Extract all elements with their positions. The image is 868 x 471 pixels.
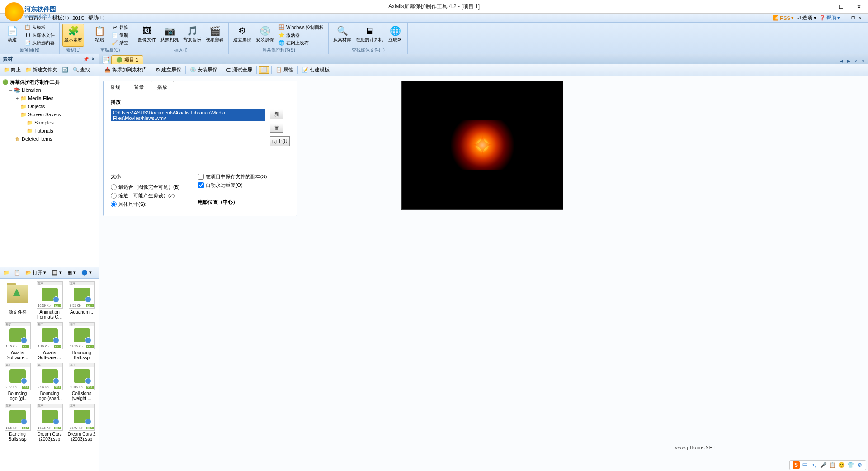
tt-btn-1[interactable]: 📁 (2, 268, 11, 277)
tree-node-Librarian[interactable]: –📚Librarian (0, 86, 99, 94)
find-button[interactable]: 🔍查找 (71, 66, 92, 74)
size-radio-2[interactable]: 具体尺寸(S): (111, 201, 180, 208)
thumbnail-源文件夹[interactable]: 源文件夹 (3, 281, 32, 319)
tree-node-Tutorials[interactable]: 📁Tutorials (0, 127, 99, 135)
thumbnail-Dancing Balls.ssp[interactable]: 基于15.5 KbSSPDancing Balls.ssp (3, 404, 32, 442)
ribbon-btn-互联网[interactable]: 🌐互联网 (386, 24, 405, 47)
thumbnail-Axialis Software...[interactable]: 基于1.15 KbSSPAxialis Software... (3, 322, 32, 360)
media-file-item[interactable]: C:\Users\ASUS\Documents\Axialis Libraria… (111, 109, 265, 121)
ribbon-btn-安装屏保[interactable]: 💿安装屏保 (254, 24, 276, 47)
inner-minimize-button[interactable]: _ (843, 15, 849, 21)
size-radio-0[interactable]: 最适合（图像完全可见）(B) (111, 184, 180, 190)
tree-root[interactable]: 🟢 屏幕保护程序制作工具 (0, 78, 99, 86)
tab-prev-button[interactable]: ◀ (838, 58, 844, 64)
menu-help[interactable]: 帮助(E) (85, 14, 108, 22)
up-button[interactable]: 📁向上 (2, 66, 23, 74)
thumbnail-Collisions (weight ...[interactable]: 基于10.06 KbSSPCollisions (weight ... (67, 363, 96, 401)
doctb-btn4[interactable]: ⬜ (259, 66, 269, 74)
ime-logo-icon[interactable]: S (793, 461, 800, 469)
refresh-button[interactable]: 🔄 (60, 66, 70, 74)
thumbnail-Dream Cars (2003).ssp[interactable]: 基于16.15 KbSSPDream Cars (2003).ssp (35, 404, 64, 442)
tree-node-Deleted Items[interactable]: 🗑Deleted Items (0, 135, 99, 143)
tree-node-Screen Savers[interactable]: –📁Screen Savers (0, 110, 99, 119)
doctb-属性[interactable]: 📋属性 (274, 66, 296, 74)
view-button-1[interactable]: 🔲 ▾ (50, 268, 64, 277)
ribbon-mini-从媒体文件[interactable]: 🎞从媒体文件 (23, 32, 57, 39)
doctb-将添加到素材库[interactable]: 📥将添加到素材库 (102, 66, 149, 74)
thumbnail-Dream Cars 2 (2003).ssp[interactable]: 基于16.97 KbSSPDream Cars 2 (2003).ssp (67, 404, 96, 442)
new-file-button[interactable]: 新 (270, 109, 283, 119)
tray-icon-4[interactable]: 😊 (838, 461, 845, 469)
prop-tab-背景[interactable]: 背景 (127, 81, 151, 93)
thumbnail-Aquarium...[interactable]: 基于6.53 KbSSPAquarium... (67, 281, 96, 319)
open-button[interactable]: 📂 打开 ▾ (24, 268, 48, 277)
ime-tray[interactable]: S中•,🎤📋😊👕⚙ (789, 460, 866, 470)
thumbnail-Bouncing Logo (gl...[interactable]: 基于2.77 KbSSPBouncing Logo (gl... (3, 363, 32, 401)
expand-icon[interactable]: – (8, 87, 14, 93)
tree-node-Samples[interactable]: 📁Samples (0, 119, 99, 127)
ribbon-btn-从素材库[interactable]: 🔍从素材库 (331, 24, 353, 47)
options-button[interactable]: ☑ 选项 ▾ (797, 14, 816, 21)
doctb-建立屏保[interactable]: ⚙建立屏保 (153, 66, 184, 74)
tray-icon-5[interactable]: 👕 (847, 461, 854, 469)
size-radio-1[interactable]: 缩放（可能产生剪裁）(Z) (111, 192, 180, 199)
tab-close-button[interactable]: × (853, 58, 859, 64)
close-button[interactable]: ✕ (850, 0, 868, 13)
folder-tree[interactable]: 🟢 屏幕保护程序制作工具 –📚Librarian+📁Media Files📁Ob… (0, 76, 99, 267)
minimize-button[interactable]: ─ (814, 0, 832, 13)
media-file-list[interactable]: C:\Users\ASUS\Documents\Axialis Libraria… (111, 109, 265, 167)
prop-tab-常规[interactable]: 常规 (104, 81, 127, 93)
thumbnail-Axialis Software ...[interactable]: 基于1.16 KbSSPAxialis Software ... (35, 322, 64, 360)
tray-icon-0[interactable]: 中 (802, 461, 809, 469)
ribbon-btn-在您的计算机[interactable]: 🖥在您的计算机 (354, 24, 385, 47)
expand-icon[interactable]: – (14, 112, 20, 117)
view-button-3[interactable]: 🔵 ▾ (80, 268, 94, 277)
ribbon-mini-在网上发布[interactable]: 🌐在网上发布 (277, 39, 326, 47)
ribbon-btn-视频剪辑[interactable]: 🎬视频剪辑 (204, 24, 226, 47)
tray-icon-1[interactable]: •, (811, 461, 818, 469)
tray-icon-2[interactable]: 🎤 (820, 461, 827, 469)
expand-icon[interactable]: + (14, 95, 20, 101)
ribbon-mini-复制[interactable]: 📄复制 (110, 32, 130, 39)
ribbon-btn-粘贴[interactable]: 📋粘贴 (90, 24, 109, 47)
tree-node-Media Files[interactable]: +📁Media Files (0, 94, 99, 102)
document-tab-1[interactable]: 🟢 项目 1 (111, 55, 143, 64)
doctb-创建模板[interactable]: 📝创建模板 (300, 66, 332, 74)
inner-restore-button[interactable]: ❐ (850, 15, 856, 21)
tab-menu-button[interactable]: ▾ (860, 58, 866, 64)
rss-link[interactable]: 📶RSS ▾ (773, 15, 794, 21)
tray-icon-3[interactable]: 📋 (829, 461, 836, 469)
option-check-0[interactable]: 在项目中保存文件的副本(S) (198, 173, 267, 180)
doctb-安装屏保[interactable]: 💿安装屏保 (188, 66, 220, 74)
move-up-button[interactable]: 向上(U (270, 136, 290, 146)
tray-icon-6[interactable]: ⚙ (856, 461, 863, 469)
thumbnail-Bouncing Ball.ssp[interactable]: 基于19.36 KbSSPBouncing Ball.ssp (67, 322, 96, 360)
prop-tab-播放[interactable]: 播放 (151, 81, 174, 93)
option-check-1[interactable]: 自动永远重复(O) (198, 182, 267, 189)
inner-close-button[interactable]: × (857, 15, 863, 21)
ribbon-mini-从所选内容[interactable]: 📑从所选内容 (23, 39, 57, 47)
help-button[interactable]: ❓帮助 ▾ (819, 14, 840, 21)
ribbon-mini-清空[interactable]: 🧹清空 (110, 39, 130, 47)
replace-file-button[interactable]: 替 (270, 123, 283, 133)
tab-next-button[interactable]: ▶ (845, 58, 852, 64)
ribbon-btn-从照相机[interactable]: 📷从照相机 (159, 24, 180, 47)
maximize-button[interactable]: ☐ (832, 0, 850, 13)
ribbon-btn-图像文件[interactable]: 🖼图像文件 (136, 24, 158, 47)
thumbnail-Bouncing Logo (shad...[interactable]: 基于2.94 KbSSPBouncing Logo (shad... (35, 363, 64, 401)
ribbon-mini-激活器[interactable]: ⭐激活器 (277, 32, 326, 39)
view-button-2[interactable]: ▦ ▾ (66, 268, 78, 277)
thumbnail-Animation Formats C...[interactable]: 基于16.39 KbSSPAnimation Formats C... (35, 281, 64, 319)
ribbon-btn-新建[interactable]: 📄新建 (3, 24, 22, 47)
new-folder-button[interactable]: 📁新建文件夹 (24, 66, 59, 74)
tab-list-icon[interactable]: 📑 (102, 56, 109, 63)
ribbon-mini-从模板[interactable]: 📋从模板 (23, 24, 57, 31)
tt-btn-2[interactable]: 📋 (13, 268, 22, 277)
ribbon-btn-显示素材[interactable]: 🧩显示素材 (62, 24, 84, 47)
panel-pin-button[interactable]: 📌 (83, 56, 89, 62)
ribbon-mini-Windows 控制面板[interactable]: 🪟Windows 控制面板 (277, 24, 326, 31)
panel-close-button[interactable]: × (90, 56, 96, 62)
ribbon-btn-背景音乐[interactable]: 🎵背景音乐 (181, 24, 203, 47)
doctb-测试全屏[interactable]: 🖵测试全屏 (224, 66, 255, 74)
tree-node-Objects[interactable]: 📁Objects (0, 102, 99, 110)
